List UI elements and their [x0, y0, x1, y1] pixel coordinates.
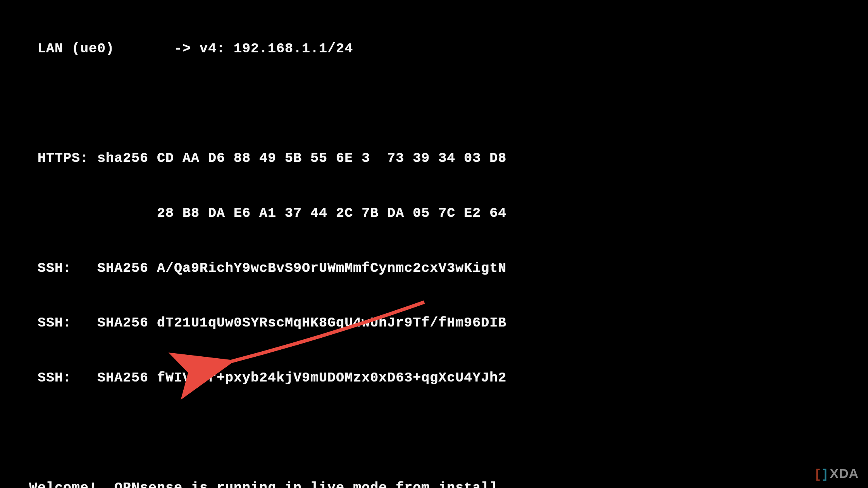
line-https-fingerprint-2: 28 B8 DA E6 A1 37 44 2C 7B DA 05 7C E2 6…: [29, 204, 868, 223]
watermark-text: XDA: [830, 466, 859, 481]
line-welcome-1: Welcome! OPNsense is running in live mod…: [29, 479, 868, 488]
line-https-fingerprint-1: HTTPS: sha256 CD AA D6 88 49 5B 55 6E 3 …: [29, 149, 868, 168]
console-terminal: LAN (ue0) -> v4: 192.168.1.1/24 HTTPS: s…: [0, 0, 868, 488]
watermark-bracket-left-icon: [: [816, 466, 820, 481]
line-blank: [29, 424, 868, 442]
line-lan: LAN (ue0) -> v4: 192.168.1.1/24: [29, 40, 868, 58]
watermark-bracket-right-icon: ]: [823, 466, 827, 481]
line-ssh-fingerprint-3: SSH: SHA256 fWIVd3r+pxyb24kjV9mUDOMzx0xD…: [29, 369, 868, 387]
line-ssh-fingerprint-1: SSH: SHA256 A/Qa9RichY9wcBvS9OrUWmMmfCyn…: [29, 259, 868, 278]
watermark-xda: [] XDA: [816, 466, 859, 481]
line-ssh-fingerprint-2: SSH: SHA256 dT21U1qUw0SYRscMqHK8GqU4wUhJ…: [29, 314, 868, 332]
line-blank: [29, 95, 868, 113]
